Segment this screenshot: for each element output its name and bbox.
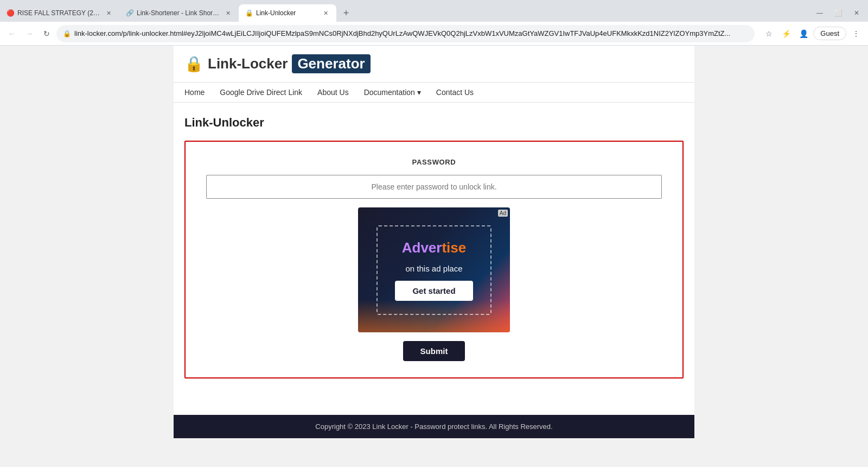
browser-tab-1[interactable]: 🔴 RISE FALL STRATEGY (2023) ✕: [0, 4, 119, 22]
nav-documentation[interactable]: Documentation ▾: [364, 88, 421, 97]
guest-button[interactable]: Guest: [813, 27, 846, 40]
new-tab-button[interactable]: +: [339, 5, 354, 21]
ad-subtitle: on this ad place: [405, 264, 462, 273]
page-title: Link-Unlocker: [184, 116, 684, 130]
bookmarks-icon[interactable]: ☆: [761, 26, 776, 41]
ad-inner: Advertise on this ad place Get started: [376, 225, 491, 315]
minimize-button[interactable]: —: [813, 6, 827, 20]
nav-home[interactable]: Home: [184, 88, 205, 97]
site-footer: Copyright © 2023 Link Locker - Password …: [174, 415, 694, 438]
logo-lock-icon: 🔒: [184, 55, 203, 73]
ad-get-started-button[interactable]: Get started: [395, 281, 473, 301]
close-window-button[interactable]: ✕: [850, 6, 864, 20]
site-header: 🔒 Link-Locker Generator: [174, 46, 694, 83]
tab-2-favicon: 🔗: [126, 9, 133, 17]
logo-generator: Generator: [292, 54, 370, 73]
logo: 🔒 Link-Locker Generator: [184, 54, 371, 73]
browser-tab-2[interactable]: 🔗 Link-Shortener - Link Shortener ✕: [119, 4, 239, 22]
extensions-icon[interactable]: ⚡: [778, 26, 794, 41]
nav-contact[interactable]: Contact Us: [436, 88, 474, 97]
ad-badge: Ad: [498, 210, 508, 217]
ad-block: Ad Advertise on this ad place Get starte…: [358, 207, 510, 332]
restore-button[interactable]: ⬜: [831, 6, 845, 20]
guest-label: Guest: [820, 29, 839, 37]
tab-1-label: RISE FALL STRATEGY (2023): [17, 9, 101, 17]
password-input[interactable]: [206, 175, 662, 199]
url-text: link-locker.com/p/link-unlocker.html#eyJ…: [74, 29, 748, 37]
tab-1-close-button[interactable]: ✕: [104, 9, 113, 17]
menu-icon[interactable]: ⋮: [848, 26, 864, 41]
back-button[interactable]: ←: [4, 26, 20, 41]
site-nav: Home Google Drive Direct Link About Us D…: [174, 83, 694, 103]
profile-icon[interactable]: 👤: [796, 26, 811, 41]
chevron-down-icon: ▾: [417, 88, 421, 97]
ssl-lock-icon: 🔒: [63, 30, 71, 37]
ad-title: Advertise: [402, 239, 467, 256]
ad-title-part2: tise: [442, 239, 466, 256]
refresh-button[interactable]: ↻: [39, 26, 54, 41]
tab-3-favicon: 🔒: [245, 9, 253, 17]
browser-tab-3[interactable]: 🔒 Link-Unlocker ✕: [239, 4, 336, 22]
tab-2-close-button[interactable]: ✕: [224, 9, 232, 17]
ad-title-part1: Adver: [402, 239, 442, 256]
page-wrapper: 🔒 Link-Locker Generator Home Google Driv…: [174, 46, 694, 415]
submit-button[interactable]: Submit: [403, 341, 465, 361]
tab-3-label: Link-Unlocker: [256, 9, 318, 17]
nav-about[interactable]: About Us: [317, 88, 349, 97]
nav-documentation-label: Documentation: [364, 88, 415, 97]
logo-name: Link-Locker: [208, 55, 288, 72]
footer-text: Copyright © 2023 Link Locker - Password …: [315, 422, 552, 431]
tab-2-label: Link-Shortener - Link Shortener: [137, 9, 220, 17]
forward-button[interactable]: →: [22, 26, 37, 41]
nav-google-drive[interactable]: Google Drive Direct Link: [220, 88, 302, 97]
address-bar[interactable]: 🔒 link-locker.com/p/link-unlocker.html#e…: [56, 25, 755, 42]
password-label: PASSWORD: [412, 158, 456, 166]
tab-3-close-button[interactable]: ✕: [321, 9, 330, 17]
tab-1-favicon: 🔴: [7, 9, 14, 17]
unlocker-box: PASSWORD Ad Advertise on this ad place G…: [184, 141, 684, 378]
page-content: Link-Unlocker PASSWORD Ad Advertise on t…: [174, 103, 694, 392]
